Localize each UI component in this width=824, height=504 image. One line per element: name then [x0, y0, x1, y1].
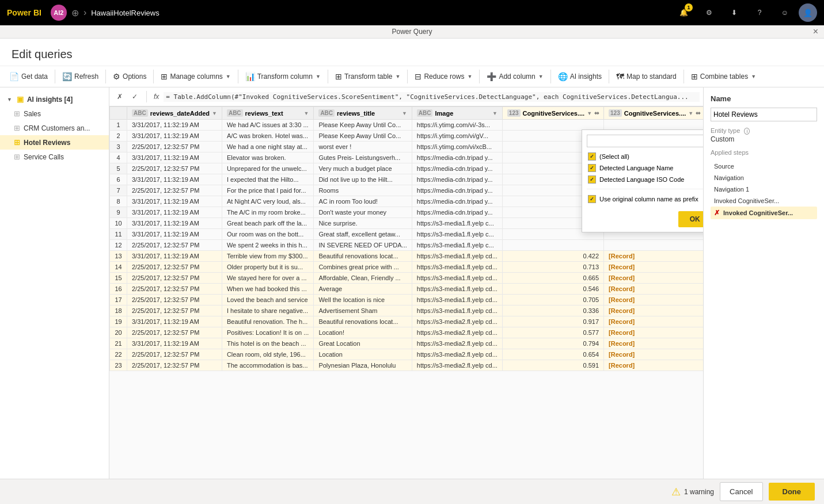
user-profile-avatar[interactable]: 👤 [799, 3, 817, 22]
step-remove-icon[interactable]: ✗ [714, 209, 720, 217]
cell-image: https://s3-media1.fl.yelp cd... [412, 262, 502, 273]
cell-cog2: [Record] [604, 327, 703, 338]
map-to-standard-button[interactable]: 🗺 Map to standard [612, 68, 681, 85]
date-filter-icon[interactable]: ▼ [212, 110, 217, 116]
cog2-expand-icon[interactable]: ⇔ [696, 110, 700, 116]
help-icon: ? [758, 9, 762, 17]
select-all-checkbox[interactable]: ✓ [588, 152, 596, 161]
formula-input[interactable] [164, 92, 700, 102]
formula-confirm-btn[interactable]: ✓ [128, 90, 142, 104]
cell-title: Beautiful renovations locat... [314, 316, 412, 327]
table-container[interactable]: ABC reviews_dateAdded ▼ ABC reviews_text… [109, 106, 703, 479]
detected-language-name-checkbox[interactable]: ✓ [588, 164, 596, 172]
cog1-filter-icon[interactable]: ▼ [587, 110, 592, 116]
manage-columns-caret: ▼ [226, 74, 231, 79]
gear-icon: ⚙ [706, 9, 712, 17]
fx-label: fx [154, 93, 159, 101]
user-avatar[interactable]: AI2 [51, 5, 67, 21]
download-button[interactable]: ⬇ [723, 1, 746, 24]
cell-cog2: [Record] [604, 349, 703, 360]
col-header-cog1[interactable]: 123 CognitiveServices.... ▼ ⇔ [502, 107, 603, 120]
options-button[interactable]: ⚙ Options [108, 68, 151, 85]
col-header-title[interactable]: ABC reviews_title ▼ [314, 107, 412, 120]
cell-date: 2/25/2017, 12:32:57 PM [127, 240, 222, 251]
dropdown-option-select-all[interactable]: ✓ (Select all) [587, 151, 703, 162]
sidebar-item-sales[interactable]: ⊞ Sales [0, 106, 109, 121]
notifications-button[interactable]: 🔔 1 [672, 1, 695, 24]
refresh-button[interactable]: 🔄 Refresh [58, 68, 103, 85]
cell-cog1: 0.917 [502, 316, 603, 327]
cog2-filter-icon[interactable]: ▼ [688, 110, 693, 116]
step-source[interactable]: Source [711, 161, 817, 172]
step-invoked-cog1[interactable]: Invoked CognitiveSer... [711, 195, 817, 207]
detected-language-iso-checkbox[interactable]: ✓ [588, 175, 596, 184]
cell-rownum: 1 [110, 120, 127, 131]
cog1-expand-icon[interactable]: ⇔ [594, 110, 599, 116]
step-invoked-cog1-label: Invoked CognitiveSer... [714, 197, 779, 204]
table-row: 23 2/25/2017, 12:32:57 PM The accommodat… [110, 360, 704, 371]
prefix-checkbox[interactable]: ✓ [588, 195, 596, 203]
map-to-standard-icon: 🗺 [616, 72, 624, 81]
dropdown-option-detected-language-name[interactable]: ✓ Detected Language Name [587, 162, 703, 174]
ok-button[interactable]: OK [678, 211, 703, 227]
image-filter-icon[interactable]: ▼ [492, 110, 498, 116]
col-header-cog2[interactable]: 123 CognitiveServices.... ▼ ⇔ [604, 107, 703, 120]
done-button[interactable]: Done [769, 483, 815, 501]
prefix-option[interactable]: ✓ Use original column name as prefix [587, 193, 703, 205]
refresh-label: Refresh [74, 72, 98, 81]
sidebar-item-service-calls[interactable]: ⊞ Service Calls [0, 150, 109, 164]
cell-title: IN SEVERE NEED OF UPDA... [314, 240, 412, 251]
table-row: 15 2/25/2017, 12:32:57 PM We stayed here… [110, 273, 704, 284]
transform-column-button[interactable]: 📊 Transform column ▼ [241, 68, 325, 85]
cell-title: Don't waste your money [314, 207, 412, 218]
cell-cog2 [604, 240, 703, 251]
sidebar-group-ai-insights[interactable]: ▼ ▣ AI insights [4] [0, 92, 109, 106]
cell-title: Affordable, Clean, Friendly ... [314, 273, 412, 284]
table-row: 12 2/25/2017, 12:32:57 PM We spent 2 wee… [110, 240, 704, 251]
formula-cancel-btn[interactable]: ✗ [113, 90, 127, 104]
cell-text: At Night A/C very loud, als... [222, 196, 313, 207]
cell-title: Great staff, excellent getaw... [314, 229, 412, 240]
cell-rownum: 16 [110, 284, 127, 295]
name-input[interactable] [711, 108, 817, 121]
cell-image: https://s3-media1.fl.yelp cd... [412, 251, 502, 262]
title-filter-icon[interactable]: ▼ [402, 110, 407, 116]
add-column-button[interactable]: ➕ Add column ▼ [482, 68, 548, 85]
help-button[interactable]: ? [748, 1, 771, 24]
warning-count: 1 warning [684, 488, 714, 496]
emoji-button[interactable]: ☺ [773, 1, 796, 24]
sidebar-item-crm[interactable]: ⊞ CRM Customers an... [0, 121, 109, 135]
dropdown-search-input[interactable] [587, 135, 703, 147]
cell-text: When we had booked this ... [222, 284, 313, 295]
manage-columns-button[interactable]: ⊞ Manage columns ▼ [156, 68, 235, 85]
col-header-image[interactable]: ABC Image ▼ [412, 107, 502, 120]
step-invoked-cog2[interactable]: ✗ Invoked CognitiveSer... [711, 207, 817, 219]
cell-cog2: [Record] [604, 295, 703, 306]
cell-cog2: [Record] [604, 262, 703, 273]
map-to-standard-label: Map to standard [626, 72, 677, 81]
transform-table-button[interactable]: ⊞ Transform table ▼ [331, 68, 405, 85]
ai-insights-button[interactable]: 🌐 AI insights [553, 68, 606, 85]
close-button[interactable]: × [813, 26, 818, 37]
table-row: 22 2/25/2017, 12:32:57 PM Clean room, ol… [110, 349, 704, 360]
col-header-date[interactable]: ABC reviews_dateAdded ▼ [127, 107, 222, 120]
pq-header: Power Query × [0, 25, 824, 39]
get-data-button[interactable]: 📄 Get data [5, 68, 52, 85]
cell-image: https://media-cdn.tripad y... [412, 196, 502, 207]
step-navigation1[interactable]: Navigation 1 [711, 184, 817, 195]
text-filter-icon[interactable]: ▼ [303, 110, 309, 116]
combine-tables-button[interactable]: ⊞ Combine tables ▼ [686, 68, 761, 85]
sidebar-item-hotel-reviews[interactable]: ⊞ Hotel Reviews [0, 135, 109, 150]
settings-button[interactable]: ⚙ [697, 1, 720, 24]
add-column-icon: ➕ [487, 72, 496, 81]
reduce-rows-button[interactable]: ⊟ Reduce rows ▼ [410, 68, 477, 85]
add-column-caret: ▼ [538, 74, 544, 79]
step-navigation-label: Navigation [714, 174, 744, 181]
cell-text: A/C was broken. Hotel was... [222, 131, 313, 142]
page-title: Edit queries [0, 39, 824, 66]
step-navigation[interactable]: Navigation [711, 172, 817, 184]
col-header-text[interactable]: ABC reviews_text ▼ [222, 107, 313, 120]
cell-cog2: [Record] [604, 338, 703, 349]
bottom-cancel-button[interactable]: Cancel [720, 482, 762, 501]
dropdown-option-detected-language-iso[interactable]: ✓ Detected Language ISO Code [587, 174, 703, 185]
